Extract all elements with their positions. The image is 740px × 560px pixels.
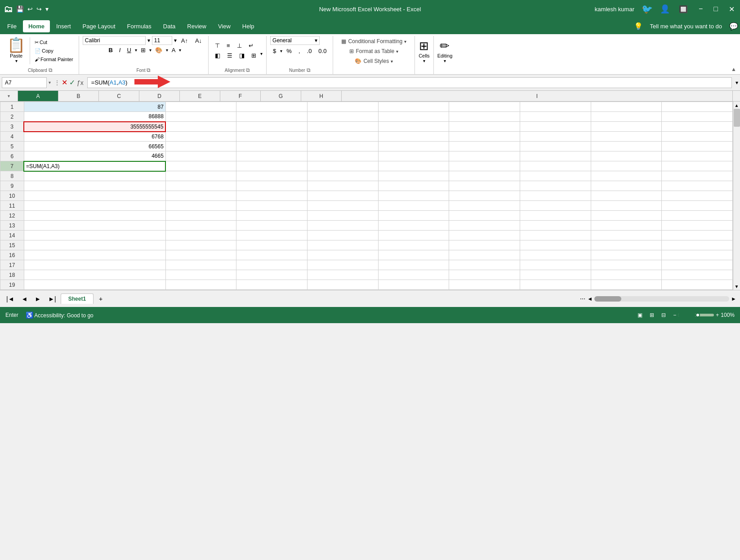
cell-D3[interactable] xyxy=(308,122,379,132)
cell-I2[interactable] xyxy=(662,112,733,122)
col-header-I[interactable]: I xyxy=(342,91,733,101)
cell-C4[interactable] xyxy=(236,132,308,142)
cell-H7[interactable] xyxy=(591,161,662,171)
row-header-14[interactable]: 14 xyxy=(0,231,24,240)
col-header-H[interactable]: H xyxy=(301,91,342,101)
cell-A8[interactable] xyxy=(24,171,165,181)
sheet-tab-sheet1[interactable]: Sheet1 xyxy=(61,293,94,304)
cell-D5[interactable] xyxy=(308,142,379,151)
sheet-nav-last[interactable]: ►| xyxy=(45,295,59,302)
cell-B4[interactable] xyxy=(165,132,236,142)
cell-A3[interactable]: 35555555545 xyxy=(24,122,165,132)
fill-dropdown-icon[interactable]: ▾ xyxy=(166,48,168,53)
row-header-15[interactable]: 15 xyxy=(0,240,24,250)
row-header-19[interactable]: 19 xyxy=(0,280,24,290)
options-btn[interactable]: ⋯ xyxy=(580,296,585,302)
font-name-box[interactable]: Calibri xyxy=(83,36,146,45)
row-header-10[interactable]: 10 xyxy=(0,191,24,201)
font-size-box[interactable]: 11 xyxy=(152,36,172,45)
qat-undo[interactable]: ↩ xyxy=(27,5,33,13)
sheet-nav-prev[interactable]: ◄ xyxy=(19,295,31,302)
col-header-A[interactable]: A xyxy=(18,91,58,101)
cell-B3[interactable] xyxy=(165,122,236,132)
cell-G4[interactable] xyxy=(520,132,591,142)
cell-G7[interactable] xyxy=(520,161,591,171)
merge-cells-btn[interactable]: ⊞ xyxy=(249,51,259,60)
cell-C7[interactable] xyxy=(236,161,308,171)
cell-A6[interactable]: 4665 xyxy=(24,151,165,161)
cell-E3[interactable] xyxy=(378,122,449,132)
cell-G2[interactable] xyxy=(520,112,591,122)
font-color-button[interactable]: A xyxy=(169,46,178,54)
cells-dropdown-icon[interactable]: ▾ xyxy=(423,58,425,63)
border-dropdown-icon[interactable]: ▾ xyxy=(149,48,152,53)
underline-button[interactable]: U xyxy=(124,46,134,54)
align-left-btn[interactable]: ◧ xyxy=(212,51,223,60)
cell-A1[interactable]: 87 xyxy=(24,102,165,112)
format-as-table-btn[interactable]: ⊞ Format as Table ▾ xyxy=(347,47,401,56)
h-scroll-right-btn[interactable]: ► xyxy=(731,296,736,302)
accounting-dropdown-icon[interactable]: ▾ xyxy=(280,49,282,53)
cell-E4[interactable] xyxy=(378,132,449,142)
row-header-18[interactable]: 18 xyxy=(0,270,24,280)
cell-E6[interactable] xyxy=(378,151,449,161)
add-sheet-btn[interactable]: + xyxy=(95,293,106,304)
cell-G6[interactable] xyxy=(520,151,591,161)
zoom-in-btn[interactable]: + xyxy=(716,312,719,318)
qat-save[interactable]: 💾 xyxy=(16,5,24,13)
cell-E5[interactable] xyxy=(378,142,449,151)
col-header-B[interactable]: B xyxy=(58,91,99,101)
cell-H1[interactable] xyxy=(591,102,662,112)
cell-styles-dropdown-icon[interactable]: ▾ xyxy=(391,59,393,64)
accounting-btn[interactable]: $ xyxy=(270,47,279,55)
cell-I4[interactable] xyxy=(662,132,733,142)
cell-H6[interactable] xyxy=(591,151,662,161)
cell-B7[interactable] xyxy=(165,161,236,171)
menu-formulas[interactable]: Formulas xyxy=(122,20,157,32)
cell-E2[interactable] xyxy=(378,112,449,122)
qat-dropdown[interactable]: ▾ xyxy=(45,5,49,13)
percent-btn[interactable]: % xyxy=(284,47,294,55)
ribbon-display-btn[interactable]: 🔲 xyxy=(677,5,690,13)
cell-A5[interactable]: 66565 xyxy=(24,142,165,151)
minimize-btn[interactable]: − xyxy=(697,5,704,13)
cell-D2[interactable] xyxy=(308,112,379,122)
view-page-break-btn[interactable]: ⊟ xyxy=(661,312,666,318)
row-header-3[interactable]: 3 xyxy=(0,122,24,132)
cell-C5[interactable] xyxy=(236,142,308,151)
row-header-9[interactable]: 9 xyxy=(0,181,24,191)
menu-page-layout[interactable]: Page Layout xyxy=(77,20,121,32)
row-header-17[interactable]: 17 xyxy=(0,260,24,270)
font-color-dropdown-icon[interactable]: ▾ xyxy=(179,48,181,53)
cell-B1[interactable] xyxy=(165,102,236,112)
maximize-btn[interactable]: □ xyxy=(712,5,720,13)
wrap-text-btn[interactable]: ↵ xyxy=(246,41,256,50)
cell-F4[interactable] xyxy=(449,132,520,142)
col-header-G[interactable]: G xyxy=(261,91,301,101)
scroll-up-btn[interactable]: ▲ xyxy=(733,102,740,109)
cell-I5[interactable] xyxy=(662,142,733,151)
scroll-down-btn[interactable]: ▼ xyxy=(733,283,740,290)
menu-help[interactable]: Help xyxy=(237,20,260,32)
close-btn[interactable]: ✕ xyxy=(727,5,736,13)
view-normal-btn[interactable]: ▣ xyxy=(637,312,642,318)
clipboard-expand-icon[interactable]: ⧉ xyxy=(49,67,53,73)
cell-A2[interactable]: 86888 xyxy=(24,112,165,122)
cell-H2[interactable] xyxy=(591,112,662,122)
row-header-8[interactable]: 8 xyxy=(0,171,24,181)
cut-button[interactable]: ✂ Cut xyxy=(33,39,75,46)
col-header-E[interactable]: E xyxy=(180,91,220,101)
row-header-4[interactable]: 4 xyxy=(0,132,24,142)
sheet-nav-next[interactable]: ► xyxy=(32,295,44,302)
row-header-7[interactable]: 7 xyxy=(0,161,24,171)
col-header-F[interactable]: F xyxy=(220,91,261,101)
view-page-layout-btn[interactable]: ⊞ xyxy=(650,312,654,318)
format-table-dropdown-icon[interactable]: ▾ xyxy=(396,49,398,54)
vertical-scrollbar[interactable]: ▲ ▼ xyxy=(733,102,740,290)
cell-F7[interactable] xyxy=(449,161,520,171)
increase-decimal-btn[interactable]: 0.0 xyxy=(316,47,329,55)
menu-view[interactable]: View xyxy=(213,20,236,32)
scroll-track[interactable] xyxy=(733,109,740,283)
align-right-btn[interactable]: ◨ xyxy=(236,51,247,60)
cell-F2[interactable] xyxy=(449,112,520,122)
